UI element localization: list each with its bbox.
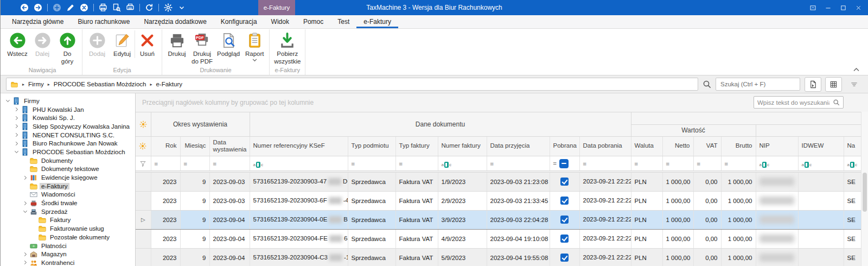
menu-tab-narzędzia-dodatkowe[interactable]: Narzędzia dodatkowe xyxy=(137,15,213,28)
cell-numer_faktury[interactable]: 2/9/2023 xyxy=(438,191,487,210)
cell-typ_faktury[interactable]: Faktura VAT xyxy=(395,172,438,191)
cell-vat[interactable]: 0,00 xyxy=(693,191,721,210)
col-header-data_przyjecia[interactable]: Data przyjęcia xyxy=(487,136,550,156)
tree-item-neonet-consulting-s-c-[interactable]: NEONET CONSULTING S.C. xyxy=(1,131,135,140)
col-header-nazwa[interactable]: Na xyxy=(844,136,861,156)
filter-cell-typ_faktury[interactable]: = xyxy=(395,156,438,170)
cell-typ_faktury[interactable]: Faktura VAT xyxy=(395,248,438,266)
cell-nip[interactable] xyxy=(756,248,798,266)
cell-ksef[interactable]: 5731652139-20230904-FE64 xyxy=(250,229,348,248)
cell-data_pobrania[interactable]: 2023-09-21 22:22:29 xyxy=(579,191,631,210)
tree-item-firmy[interactable]: Firmy xyxy=(1,97,135,105)
filter-cell-numer_faktury[interactable]: ac xyxy=(438,156,487,170)
context-tab[interactable]: e-Faktury xyxy=(258,0,295,15)
cell-brutto[interactable]: 1 000,00 xyxy=(721,229,756,248)
filter-button[interactable] xyxy=(846,77,863,92)
filter-cell-data_pobrania[interactable]: = xyxy=(579,156,631,170)
tree-item-dokumenty[interactable]: Dokumenty xyxy=(1,156,135,165)
filter-checkbox-indeterminate[interactable] xyxy=(559,159,569,168)
cell-data_pobrania[interactable]: 2023-09-21 22:22:29 xyxy=(579,172,631,191)
menu-tab-e-faktury[interactable]: e-Faktury xyxy=(356,15,398,28)
cell-brutto[interactable]: 1 000,00 xyxy=(721,172,756,191)
raport-button[interactable]: Raport xyxy=(242,30,267,62)
cell-typ_podmiotu[interactable]: Sprzedawca xyxy=(348,191,395,210)
filter-cell-nip[interactable]: ac xyxy=(756,156,798,170)
cell-waluta[interactable]: PLN xyxy=(631,210,662,229)
cell-typ_podmiotu[interactable]: Sprzedawca xyxy=(348,172,395,191)
chevron-down-icon[interactable] xyxy=(14,149,20,155)
cell-vat[interactable]: 0,00 xyxy=(693,172,721,191)
band-wartosc[interactable]: Wartość xyxy=(631,124,756,136)
filter-equals-icon[interactable]: = xyxy=(155,161,158,167)
pobierz-wszystkie-button[interactable]: Pobierz wszystkie xyxy=(272,30,303,65)
close-button[interactable] xyxy=(851,0,866,15)
grid-view-button[interactable] xyxy=(825,77,842,92)
qat-settings-icon[interactable] xyxy=(164,3,173,12)
qat-print-preview-icon[interactable] xyxy=(112,3,121,12)
col-header-rok[interactable]: Rok xyxy=(151,136,180,156)
cell-vat[interactable]: 0,00 xyxy=(693,210,721,229)
cell-nazwa[interactable]: SE xyxy=(844,210,861,229)
podgląd-button[interactable]: Podgląd xyxy=(215,30,242,58)
menu-tab-narzędzia-główne[interactable]: Narzędzia główne xyxy=(5,15,71,28)
cell-waluta[interactable]: PLN xyxy=(631,191,662,210)
qat-nav-forward-icon[interactable] xyxy=(34,3,42,12)
drukuj-do-pdf-button[interactable]: PDFDrukuj do PDF xyxy=(189,30,215,65)
chevron-right-icon[interactable] xyxy=(22,175,28,181)
cell-vat[interactable]: 0,00 xyxy=(693,229,721,248)
tree-item-faktury[interactable]: Faktury xyxy=(1,216,135,225)
filter-contains-icon[interactable]: ac xyxy=(442,162,451,168)
cell-nazwa[interactable]: SE xyxy=(844,229,861,248)
cell-nip[interactable] xyxy=(756,229,798,248)
filter-cell-miesiac[interactable]: = xyxy=(180,156,209,170)
pobrana-checkbox[interactable] xyxy=(560,197,569,205)
cell-data_przyjecia[interactable]: 2023-09-03 21:23:08 xyxy=(487,172,550,191)
cell-pobrana[interactable] xyxy=(550,191,579,210)
filter-contains-icon[interactable]: ac xyxy=(847,162,857,168)
cell-netto[interactable]: 1 000,00 xyxy=(662,191,693,210)
cell-rok[interactable]: 2023 xyxy=(151,229,180,248)
qat-print-icon[interactable] xyxy=(99,3,107,12)
breadcrumb-item[interactable]: Firmy xyxy=(28,81,44,87)
cell-rok[interactable]: 2023 xyxy=(151,172,180,191)
filter-cell-data_przyjecia[interactable]: = xyxy=(487,156,550,170)
filter-equals-icon[interactable]: = xyxy=(725,161,728,167)
minimize-button[interactable] xyxy=(820,0,835,15)
band-dane-dokumentu[interactable]: Dane dokumentu xyxy=(250,112,631,136)
filter-cell-vat[interactable]: = xyxy=(693,156,721,170)
filter-cell-data_wystawienia[interactable]: = xyxy=(209,156,250,170)
col-header-typ_podmiotu[interactable]: Typ podmiotu xyxy=(348,136,395,156)
tree-item-sprzedaż[interactable]: Sprzedaż xyxy=(1,207,135,216)
filter-equals-icon[interactable]: = xyxy=(184,161,187,167)
cell-typ_podmiotu[interactable]: Sprzedawca xyxy=(348,248,395,266)
col-header-netto[interactable]: Netto xyxy=(662,136,693,156)
cell-ksef[interactable]: 5731652139-20230904-C3-17 xyxy=(250,248,348,266)
cell-typ_faktury[interactable]: Faktura VAT xyxy=(395,210,438,229)
cell-idwew[interactable] xyxy=(798,229,844,248)
cell-waluta[interactable]: PLN xyxy=(631,248,662,266)
tree-item-kowalski-sp-j-[interactable]: Kowalski Sp. J. xyxy=(1,113,135,122)
cell-data_pobrania[interactable]: 2023-09-21 22:22:30 xyxy=(579,248,631,266)
chevron-right-icon[interactable] xyxy=(14,106,20,112)
cell-netto[interactable]: 1 000,00 xyxy=(662,229,693,248)
dodaj-button[interactable]: Dodaj xyxy=(85,30,110,58)
tree-item-środki-trwałe[interactable]: Środki trwałe xyxy=(1,199,135,207)
grid-row[interactable]: ▷202392023-09-045731652139-20230904-0EBD… xyxy=(136,210,861,229)
cell-data_przyjecia[interactable]: 2023-09-03 21:33:45 xyxy=(487,191,550,210)
filter-contains-icon[interactable]: ac xyxy=(802,162,812,168)
filter-equals-icon[interactable]: = xyxy=(697,161,700,167)
cell-miesiac[interactable]: 9 xyxy=(180,210,209,229)
cell-ksef[interactable]: 5731652139-20230904-0EBD xyxy=(250,210,348,229)
cell-typ_faktury[interactable]: Faktura VAT xyxy=(395,229,438,248)
tree-item-wiadomości[interactable]: Wiadomości xyxy=(1,191,135,199)
tree-item-płatności[interactable]: Płatności xyxy=(1,242,135,250)
edytuj-button[interactable]: Edytuj xyxy=(110,30,135,58)
pobrana-checkbox[interactable] xyxy=(560,254,569,262)
dalej-button[interactable]: Dalej xyxy=(30,30,55,58)
vertical-scrollbar[interactable] xyxy=(861,112,868,266)
cell-miesiac[interactable]: 9 xyxy=(180,172,209,191)
group-by-panel[interactable]: Przeciągnij nagłówek kolumny by grupować… xyxy=(136,93,868,112)
filter-cell-pobrana[interactable]: = xyxy=(550,156,579,170)
tree-item-e-faktury[interactable]: e-Faktury xyxy=(1,182,135,191)
cell-data_wystawienia[interactable]: 2023-09-04 xyxy=(209,210,250,229)
